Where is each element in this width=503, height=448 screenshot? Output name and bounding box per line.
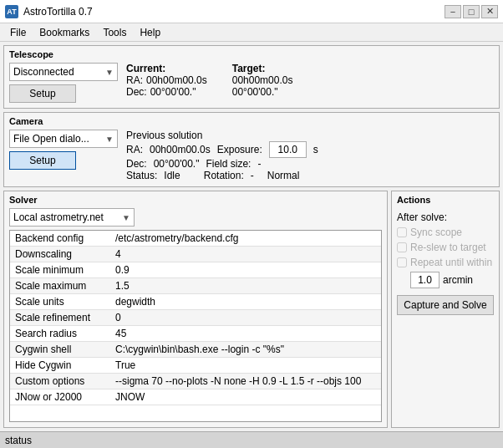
reslew-checkbox[interactable]: [397, 242, 407, 252]
minimize-button[interactable]: −: [445, 5, 461, 18]
telescope-dropdown[interactable]: Disconnected ▼: [9, 63, 118, 81]
camera-section: Camera File Open dialo... ▼ Setup Previo…: [3, 112, 500, 187]
solver-dropdown-value: Local astrometry.net: [13, 211, 104, 223]
sync-scope-checkbox[interactable]: [397, 227, 407, 237]
exposure-label: Exposure:: [217, 144, 262, 155]
menu-bar: File Bookmarks Tools Help: [0, 23, 503, 42]
solver-value: True: [110, 358, 381, 374]
table-row: Scale minimum0.9: [10, 262, 381, 278]
camera-dropdown-arrow: ▼: [105, 135, 114, 144]
table-row: Backend config/etc/astrometry/backend.cf…: [10, 231, 381, 247]
prev-ra-value: 00h00m00.0s: [150, 144, 211, 155]
telescope-target-ra-row: 00h00m00.0s: [232, 74, 293, 86]
solver-key: Scale refinement: [10, 310, 110, 326]
solver-key: Backend config: [10, 231, 110, 247]
solver-value: 1.5: [110, 278, 381, 294]
actions-title: Actions: [397, 195, 494, 205]
solver-value: C:\cygwin\bin\bash.exe --login -c "%s": [110, 342, 381, 358]
telescope-dropdown-value: Disconnected: [13, 66, 74, 78]
solver-title: Solver: [9, 195, 382, 205]
telescope-current-label: Current:: [126, 63, 207, 74]
solver-table: Backend config/etc/astrometry/backend.cf…: [9, 230, 382, 422]
maximize-button[interactable]: □: [463, 5, 480, 18]
telescope-section: Telescope Disconnected ▼ Setup Current: …: [3, 45, 500, 109]
repeat-label: Repeat until within: [410, 257, 492, 268]
status-text: status: [5, 435, 32, 446]
after-solve-label: After solve:: [397, 211, 494, 223]
repeat-checkbox[interactable]: [397, 257, 407, 267]
prev-dec-row: Dec: 00°00'00." Field size: -: [126, 158, 318, 170]
close-button[interactable]: ✕: [481, 5, 498, 18]
capture-solve-button[interactable]: Capture and Solve: [397, 295, 494, 315]
window-title: AstroTortilla 0.7: [23, 6, 93, 18]
reslew-row: Re-slew to target: [397, 242, 494, 253]
menu-bookmarks[interactable]: Bookmarks: [33, 25, 96, 40]
telescope-current-dec: 00°00'00.": [150, 86, 196, 98]
status-label: Status:: [126, 170, 157, 181]
telescope-current-ra: 00h00m00.0s: [146, 74, 207, 86]
title-buttons: − □ ✕: [445, 5, 498, 18]
prev-solution-title: Previous solution: [126, 130, 318, 141]
table-row: JNow or J2000JNOW: [10, 389, 381, 405]
arcmin-unit: arcmin: [443, 274, 473, 286]
table-row: Scale maximum1.5: [10, 278, 381, 294]
camera-prev-solution: Previous solution RA: 00h00m00.0s Exposu…: [126, 130, 318, 181]
status-bar: status: [0, 431, 503, 448]
solver-dropdown-arrow: ▼: [122, 213, 130, 222]
telescope-target-label: Target:: [232, 63, 293, 74]
table-row: Search radius45: [10, 326, 381, 342]
camera-top: File Open dialo... ▼ Setup Previous solu…: [9, 130, 494, 181]
table-row: Downscaling4: [10, 247, 381, 262]
exposure-input[interactable]: [269, 141, 307, 158]
rotation-value: -: [251, 170, 254, 181]
telescope-title: Telescope: [9, 49, 494, 59]
solver-value: degwidth: [110, 294, 381, 310]
menu-file[interactable]: File: [3, 25, 33, 40]
arcmin-row: arcmin: [410, 272, 494, 288]
solver-key: Downscaling: [10, 247, 110, 262]
telescope-current-ra-row: RA: 00h00m00.0s: [126, 74, 207, 86]
status-value: Idle: [164, 170, 180, 181]
telescope-target-ra: 00h00m00.0s: [232, 74, 293, 86]
arcmin-input[interactable]: [410, 272, 439, 288]
actions-section: Actions After solve: Sync scope Re-slew …: [391, 191, 500, 428]
sync-scope-row: Sync scope: [397, 227, 494, 238]
solver-key: Cygwin shell: [10, 342, 110, 358]
telescope-current-dec-row: Dec: 00°00'00.": [126, 86, 207, 98]
telescope-body: Disconnected ▼ Setup Current: RA: 00h00m…: [9, 63, 494, 103]
solver-key: Custom options: [10, 374, 110, 389]
solver-value: /etc/astrometry/backend.cfg: [110, 231, 381, 247]
solver-dropdown[interactable]: Local astrometry.net ▼: [9, 208, 135, 227]
menu-help[interactable]: Help: [133, 25, 167, 40]
solver-value: --sigma 70 --no-plots -N none -H 0.9 -L …: [110, 374, 381, 389]
camera-dropdown[interactable]: File Open dialo... ▼: [9, 130, 118, 148]
camera-left: File Open dialo... ▼ Setup: [9, 130, 118, 170]
solver-params-table: Backend config/etc/astrometry/backend.cf…: [10, 231, 381, 405]
title-bar-left: AT AstroTortilla 0.7: [5, 5, 93, 18]
main-content: Telescope Disconnected ▼ Setup Current: …: [0, 42, 503, 431]
camera-setup-button[interactable]: Setup: [9, 151, 76, 170]
prev-ra-label: RA:: [126, 144, 143, 155]
table-row: Cygwin shellC:\cygwin\bin\bash.exe --log…: [10, 342, 381, 358]
solver-dropdown-row: Local astrometry.net ▼: [9, 208, 382, 227]
title-bar: AT AstroTortilla 0.7 − □ ✕: [0, 0, 503, 23]
sync-scope-label: Sync scope: [410, 227, 462, 238]
table-row: Scale unitsdegwidth: [10, 294, 381, 310]
telescope-setup-button[interactable]: Setup: [9, 84, 76, 103]
telescope-target-dec-row: 00°00'00.": [232, 86, 293, 98]
camera-dropdown-value: File Open dialo...: [13, 133, 89, 145]
solver-key: Scale minimum: [10, 262, 110, 278]
solver-section: Solver Local astrometry.net ▼ Backend co…: [3, 191, 388, 428]
telescope-left: Disconnected ▼ Setup: [9, 63, 118, 103]
solver-value: 0: [110, 310, 381, 326]
solver-value: 4: [110, 247, 381, 262]
solver-value: 0.9: [110, 262, 381, 278]
rotation-label: Rotation:: [204, 170, 244, 181]
telescope-current-col: Current: RA: 00h00m00.0s Dec: 00°00'00.": [126, 63, 207, 98]
solver-key: Scale maximum: [10, 278, 110, 294]
prev-dec-value: 00°00'00.": [154, 158, 200, 170]
repeat-row: Repeat until within: [397, 257, 494, 268]
app-icon: AT: [5, 5, 18, 18]
solver-value: JNOW: [110, 389, 381, 405]
menu-tools[interactable]: Tools: [96, 25, 133, 40]
